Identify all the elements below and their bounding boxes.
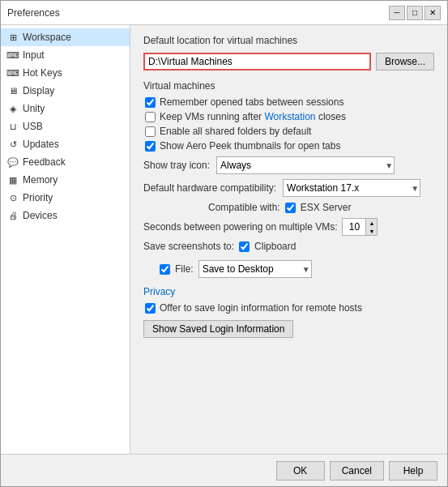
browse-button[interactable]: Browse... — [376, 53, 434, 70]
default-path-input[interactable] — [143, 53, 371, 70]
checkbox-row-remember-tabs: Remember opened tabs between sessions — [143, 96, 434, 108]
footer: OK Cancel Help — [1, 454, 447, 486]
main-panel: Default location for virtual machines Br… — [130, 25, 447, 454]
title-bar: Preferences ─ □ ✕ — [1, 1, 447, 25]
seconds-label: Seconds between powering on multiple VMs… — [143, 221, 337, 233]
aero-peek-label: Show Aero Peek thumbnails for open tabs — [160, 140, 340, 152]
usb-icon: ⊔ — [7, 121, 19, 132]
sidebar-label-input: Input — [23, 49, 45, 61]
cancel-button[interactable]: Cancel — [330, 461, 384, 481]
aero-peek-checkbox[interactable] — [145, 141, 156, 152]
sidebar-label-hot-keys: Hot Keys — [23, 67, 62, 79]
spinbox-buttons: ▲ ▼ — [365, 219, 377, 235]
sidebar: ⊞ Workspace ⌨ Input ⌨ Hot Keys 🖥 Display… — [1, 25, 130, 454]
sidebar-label-devices: Devices — [23, 210, 58, 221]
sidebar-label-usb: USB — [23, 121, 43, 132]
file-location-wrapper: Save to Desktop Documents Custom... ▼ — [198, 260, 312, 278]
maximize-button[interactable]: □ — [407, 6, 423, 20]
sidebar-item-input[interactable]: ⌨ Input — [1, 46, 130, 64]
hardware-compat-label: Default hardware compatibility: — [143, 182, 276, 194]
sidebar-label-priority: Priority — [23, 192, 53, 203]
spin-up-button[interactable]: ▲ — [365, 219, 377, 227]
esx-checkbox[interactable] — [285, 203, 296, 213]
file-label: File: — [175, 263, 194, 275]
default-location-label: Default location for virtual machines — [143, 35, 434, 46]
sidebar-label-updates: Updates — [23, 139, 59, 150]
sidebar-item-display[interactable]: 🖥 Display — [1, 82, 130, 100]
sidebar-item-feedback[interactable]: 💬 Feedback — [1, 153, 130, 171]
memory-icon: ▦ — [7, 174, 19, 186]
sidebar-item-workspace[interactable]: ⊞ Workspace — [1, 28, 130, 46]
shared-folders-checkbox[interactable] — [145, 126, 156, 137]
offer-save-checkbox[interactable] — [145, 303, 156, 314]
unity-icon: ◈ — [7, 103, 19, 114]
save-screenshots-row: Save screenshots to: Clipboard — [143, 241, 434, 252]
sidebar-label-workspace: Workspace — [23, 32, 71, 43]
checkbox-row-shared-folders: Enable all shared folders by default — [143, 126, 434, 137]
offer-save-label: Offer to save login information for remo… — [160, 302, 362, 314]
ok-button[interactable]: OK — [276, 461, 325, 481]
spin-down-button[interactable]: ▼ — [365, 227, 377, 235]
privacy-title: Privacy — [143, 286, 434, 297]
preferences-window: Preferences ─ □ ✕ ⊞ Workspace ⌨ Input ⌨ … — [0, 0, 448, 487]
feedback-icon: 💬 — [7, 156, 19, 168]
sidebar-label-display: Display — [23, 85, 54, 96]
file-row: File: Save to Desktop Documents Custom..… — [143, 260, 434, 278]
sidebar-label-feedback: Feedback — [23, 156, 66, 168]
sidebar-item-unity[interactable]: ◈ Unity — [1, 100, 130, 117]
compatible-with-label: Compatible with: — [208, 202, 280, 213]
workspace-icon: ⊞ — [7, 32, 19, 43]
minimize-button[interactable]: ─ — [389, 6, 405, 20]
default-path-row: Browse... — [143, 53, 434, 70]
sidebar-item-hot-keys[interactable]: ⌨ Hot Keys — [1, 64, 130, 82]
spinbox-wrapper: ▲ ▼ — [342, 218, 378, 236]
vm-section-title: Virtual machines — [143, 80, 434, 92]
save-screenshots-label: Save screenshots to: — [143, 241, 234, 252]
show-tray-label: Show tray icon: — [143, 160, 210, 171]
checkbox-row-aero: Show Aero Peek thumbnails for open tabs — [143, 140, 434, 152]
window-title: Preferences — [7, 7, 60, 19]
keep-vms-label: Keep VMs running after Workstation close… — [160, 111, 346, 122]
file-location-dropdown[interactable]: Save to Desktop Documents Custom... — [198, 260, 312, 278]
shared-folders-label: Enable all shared folders by default — [160, 126, 311, 137]
privacy-section: Privacy Offer to save login information … — [143, 286, 434, 338]
esx-label: ESX Server — [301, 202, 352, 213]
sidebar-item-memory[interactable]: ▦ Memory — [1, 171, 130, 189]
content-area: ⊞ Workspace ⌨ Input ⌨ Hot Keys 🖥 Display… — [1, 25, 447, 454]
devices-icon: 🖨 — [7, 210, 19, 221]
sidebar-label-unity: Unity — [23, 103, 45, 114]
file-checkbox[interactable] — [160, 264, 170, 275]
close-button[interactable]: ✕ — [425, 6, 441, 20]
show-tray-dropdown[interactable]: Always Never When minimized — [216, 156, 395, 174]
hardware-compat-row: Default hardware compatibility: Workstat… — [143, 179, 434, 197]
title-bar-buttons: ─ □ ✕ — [389, 6, 441, 20]
priority-icon: ⊙ — [7, 192, 19, 203]
compatible-with-row: Compatible with: ESX Server — [143, 202, 434, 213]
keep-vms-checkbox[interactable] — [145, 112, 156, 122]
sidebar-item-updates[interactable]: ↺ Updates — [1, 135, 130, 153]
remember-tabs-label: Remember opened tabs between sessions — [160, 96, 343, 108]
show-tray-row: Show tray icon: Always Never When minimi… — [143, 156, 434, 174]
sidebar-item-usb[interactable]: ⊔ USB — [1, 117, 130, 135]
hardware-compat-dropdown[interactable]: Workstation 17.x Workstation 16.x Workst… — [283, 179, 420, 197]
sidebar-item-priority[interactable]: ⊙ Priority — [1, 189, 130, 207]
clipboard-label: Clipboard — [254, 241, 296, 252]
seconds-input[interactable] — [343, 219, 365, 235]
remember-tabs-checkbox[interactable] — [145, 97, 156, 108]
seconds-row: Seconds between powering on multiple VMs… — [143, 218, 434, 236]
hardware-compat-dropdown-wrapper: Workstation 17.x Workstation 16.x Workst… — [283, 179, 420, 197]
clipboard-checkbox[interactable] — [239, 241, 250, 252]
offer-save-row: Offer to save login information for remo… — [143, 302, 434, 314]
sidebar-label-memory: Memory — [23, 174, 58, 186]
display-icon: 🖥 — [7, 85, 19, 96]
show-saved-button[interactable]: Show Saved Login Information — [143, 320, 293, 338]
input-icon: ⌨ — [7, 49, 19, 61]
checkbox-row-keep-vms: Keep VMs running after Workstation close… — [143, 111, 434, 122]
help-button[interactable]: Help — [389, 461, 437, 481]
show-tray-dropdown-wrapper: Always Never When minimized ▼ — [216, 156, 395, 174]
hot-keys-icon: ⌨ — [7, 67, 19, 79]
sidebar-item-devices[interactable]: 🖨 Devices — [1, 207, 130, 224]
updates-icon: ↺ — [7, 139, 19, 150]
